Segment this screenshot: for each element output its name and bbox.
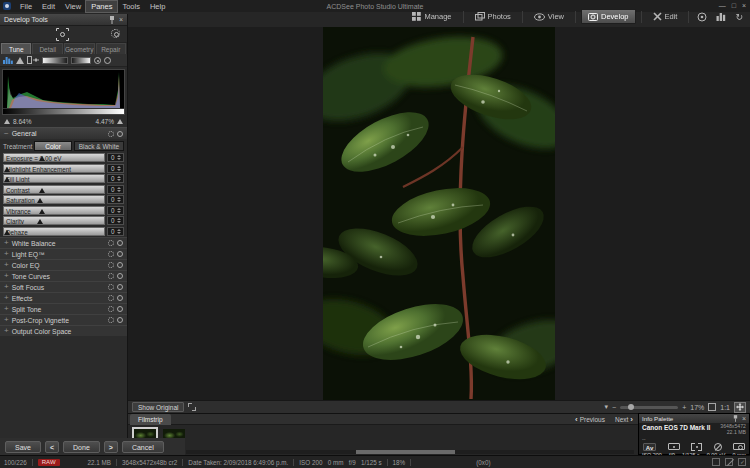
slider-value-box[interactable]: 0 (107, 153, 124, 162)
reset-icon[interactable] (117, 295, 123, 301)
section-output-color-space[interactable]: + Output Color Space (0, 325, 127, 336)
section-post-crop-vignette[interactable]: + Post-Crop Vignette (0, 314, 127, 325)
gear-icon[interactable] (108, 240, 114, 246)
reset-icon[interactable] (117, 240, 123, 246)
gear-icon[interactable] (108, 306, 114, 312)
reset-icon[interactable] (117, 284, 123, 290)
mode-edit-button[interactable]: Edit (647, 10, 684, 23)
fill-light-slider[interactable]: Fill Light 0 (3, 174, 124, 183)
previous-button[interactable]: ‹ Previous (570, 415, 610, 424)
stepper-icon[interactable] (116, 197, 124, 202)
slider-track[interactable]: Highlight Enhancement (3, 164, 105, 173)
slider-value-box[interactable]: 0 (107, 227, 124, 236)
slider-thumb[interactable] (4, 230, 10, 235)
stepper-icon[interactable] (116, 218, 124, 223)
gear-icon[interactable] (108, 273, 114, 279)
stepper-icon[interactable] (116, 229, 124, 234)
check-status-icon[interactable] (738, 458, 746, 466)
preview-canvas[interactable] (128, 27, 750, 400)
reset-icon[interactable] (117, 306, 123, 312)
shadow-clip-warning-icon[interactable] (4, 119, 10, 124)
mobile-sync-button[interactable]: ↻ (732, 11, 746, 23)
reset-icon[interactable] (117, 262, 123, 268)
section-tone-curves[interactable]: + Tone Curves (0, 270, 127, 281)
slider-value-box[interactable]: 0 (107, 174, 124, 183)
slider-track[interactable]: Exposure = 0.00 eV (3, 153, 105, 162)
zoom-slider[interactable] (620, 406, 678, 409)
tone-gradient-strip[interactable] (3, 108, 124, 114)
section-white-balance[interactable]: + White Balance (0, 237, 127, 248)
reset-circle-icon[interactable] (104, 57, 111, 64)
slider-thumb[interactable] (4, 177, 10, 182)
section-light-eq[interactable]: + Light EQ™ (0, 248, 127, 259)
tab-tune[interactable]: Tune (1, 43, 31, 54)
stepper-icon[interactable] (116, 155, 124, 160)
white-point-gradient[interactable] (42, 57, 68, 64)
slider-thumb[interactable] (39, 156, 45, 161)
slider-thumb[interactable] (4, 167, 10, 172)
vibrance-slider[interactable]: Vibrance 0 (3, 206, 124, 215)
section-split-tone[interactable]: + Split Tone (0, 303, 127, 314)
menu-file[interactable]: File (15, 1, 37, 12)
menu-tools[interactable]: Tools (117, 1, 145, 12)
highlight-clip-warning-icon[interactable] (117, 119, 123, 124)
saturation-slider[interactable]: Saturation 0 (3, 195, 124, 204)
clipping-warning-icon[interactable] (16, 57, 24, 64)
slider-track[interactable]: Contrast (3, 185, 105, 194)
highlight-enhancement-slider[interactable]: Highlight Enhancement 0 (3, 164, 124, 173)
panel-close-icon[interactable]: × (119, 16, 123, 23)
tab-geometry[interactable]: Geometry (64, 43, 95, 54)
stepper-icon[interactable] (116, 208, 124, 213)
info-circle-icon[interactable] (94, 57, 101, 64)
gear-icon[interactable] (108, 295, 114, 301)
section-effects[interactable]: + Effects (0, 292, 127, 303)
general-section-header[interactable]: − General (0, 127, 127, 139)
pin-icon[interactable] (733, 415, 738, 422)
slider-track[interactable]: Fill Light (3, 174, 105, 183)
reset-icon[interactable] (117, 273, 123, 279)
image-view-icon[interactable] (712, 458, 720, 466)
stepper-icon[interactable] (116, 187, 124, 192)
next-button[interactable]: Next › (610, 415, 638, 424)
slider-value-box[interactable]: 0 (107, 195, 124, 204)
acdsee-365-button[interactable] (694, 11, 710, 23)
slider-track[interactable]: Clarity (3, 216, 105, 225)
mode-photos-button[interactable]: Photos (469, 10, 517, 23)
reset-icon[interactable] (117, 317, 123, 323)
slider-track[interactable]: Vibrance (3, 206, 105, 215)
section-soft-focus[interactable]: + Soft Focus (0, 281, 127, 292)
tab-repair[interactable]: Repair (96, 43, 126, 54)
zoom-in-button[interactable]: + (682, 404, 686, 411)
previous-image-button[interactable]: < (45, 441, 59, 453)
cancel-button[interactable]: Cancel (122, 441, 164, 453)
fit-image-icon[interactable] (708, 403, 716, 411)
scrollbar-thumb[interactable] (356, 450, 455, 454)
reset-icon[interactable] (117, 131, 123, 137)
slider-track[interactable]: Saturation (3, 195, 105, 204)
dehaze-slider[interactable]: Dehaze 0 (3, 227, 124, 236)
slider-value-box[interactable]: 0 (107, 206, 124, 215)
tab-detail[interactable]: Detail (32, 43, 62, 54)
zoom-percent[interactable]: 17% (690, 404, 704, 411)
stepper-icon[interactable] (116, 176, 124, 181)
slider-track[interactable]: Dehaze (3, 227, 105, 236)
treatment-bw-button[interactable]: Black & White (74, 141, 124, 151)
levels-icon[interactable] (27, 56, 39, 64)
gear-icon[interactable] (108, 284, 114, 290)
histogram-icon[interactable] (3, 56, 13, 64)
edit-status-icon[interactable] (725, 458, 733, 466)
close-icon[interactable]: × (742, 415, 746, 422)
slider-thumb[interactable] (39, 209, 45, 214)
filmstrip-tab[interactable]: Filmstrip (130, 414, 171, 425)
mode-manage-button[interactable]: Manage (406, 10, 457, 23)
gear-icon[interactable] (108, 131, 114, 137)
gear-icon[interactable] (111, 29, 120, 38)
pan-tool-button[interactable] (734, 402, 746, 413)
slider-value-box[interactable]: 0 (107, 164, 124, 173)
filmstrip-scrollbar[interactable] (186, 450, 634, 454)
actual-size-button[interactable]: 1:1 (720, 404, 730, 411)
menu-edit[interactable]: Edit (37, 1, 60, 12)
pin-icon[interactable] (109, 16, 115, 24)
gear-icon[interactable] (108, 262, 114, 268)
reset-icon[interactable] (117, 251, 123, 257)
